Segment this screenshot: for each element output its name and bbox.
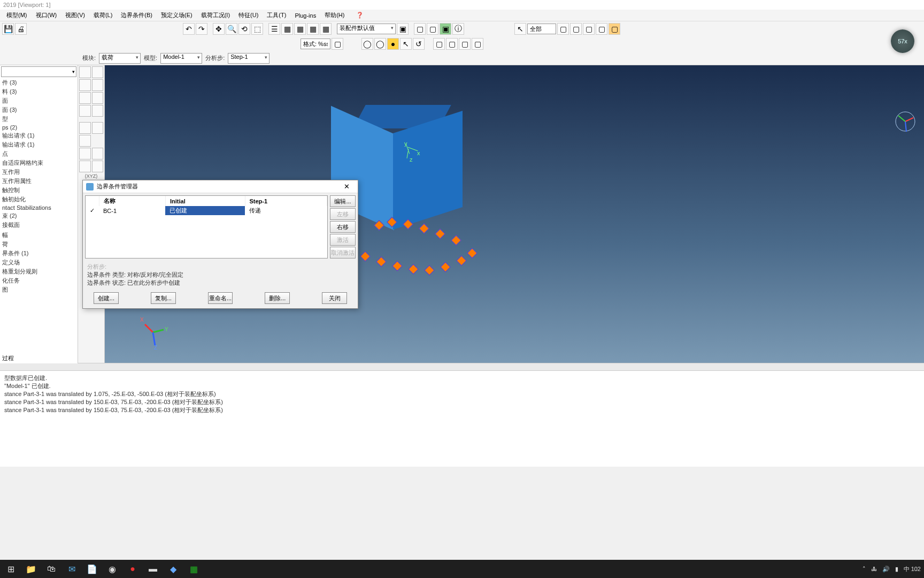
close-button[interactable]: 关闭 [322, 292, 347, 304]
tree-item[interactable]: 接截面 [0, 220, 78, 230]
f2-icon[interactable]: ▢ [570, 23, 582, 35]
menu-bc[interactable]: 边界条件(B) [117, 10, 157, 20]
tree-item[interactable]: 点 [0, 149, 78, 158]
store-icon[interactable]: 🛍 [44, 561, 59, 576]
tree-item[interactable]: 件 (3) [0, 78, 78, 87]
tree-item[interactable]: 面 [0, 96, 78, 105]
terminal-icon[interactable]: ▬ [145, 561, 160, 576]
tree-item[interactable]: 互作用 [0, 168, 78, 177]
tool-amp-icon[interactable] [79, 122, 91, 134]
print-icon[interactable]: 🖨 [15, 23, 27, 35]
cube-icon[interactable]: ▣ [397, 23, 409, 35]
t1-icon[interactable]: ▢ [433, 38, 445, 50]
tool-x5-icon[interactable] [92, 161, 104, 172]
format-input[interactable] [301, 39, 330, 49]
f3-icon[interactable]: ▢ [583, 23, 595, 35]
tree-item[interactable]: ps (2) [0, 124, 78, 131]
activate-button[interactable]: 激活 [330, 234, 356, 246]
table-row[interactable]: ✓ BC-1 已创建 传递 [86, 206, 327, 215]
tray-vol-icon[interactable]: 🔊 [882, 566, 890, 573]
left-button[interactable]: 左移 [330, 208, 356, 220]
menu-feature[interactable]: 特征(U) [234, 10, 263, 20]
tool-x2-icon[interactable] [79, 148, 91, 159]
tree-item[interactable]: 束 (2) [0, 211, 78, 220]
tool-field-icon[interactable] [79, 92, 91, 104]
tree-item[interactable]: 图 [0, 285, 78, 294]
tree-item[interactable]: ntact Stabilizations [0, 204, 78, 211]
tool-bc-icon[interactable] [79, 79, 91, 91]
circ3-icon[interactable]: ● [387, 38, 399, 50]
tool-x4-icon[interactable] [79, 161, 91, 172]
step-combo[interactable]: Step-1 [228, 53, 270, 64]
grid2-icon[interactable]: ▦ [294, 23, 306, 35]
taskview-icon[interactable]: ⊞ [3, 561, 18, 576]
rotate-icon[interactable]: ⟲ [238, 23, 250, 35]
tree-model-combo[interactable]: ▾ [1, 66, 76, 77]
tool-load-icon[interactable] [79, 66, 91, 78]
context-help-icon[interactable]: ❓ [352, 11, 368, 20]
tool-load-mgr-icon[interactable] [92, 66, 104, 78]
circ2-icon[interactable]: ◯ [374, 38, 386, 50]
tree-item[interactable]: 定义场 [0, 258, 78, 267]
close-icon[interactable]: ✕ [338, 182, 355, 191]
model-tree[interactable]: ▾ 件 (3)料 (3)面面 (3)型ps (2)输出请求 (1)输出请求 (1… [0, 65, 78, 363]
tool-amp2-icon[interactable] [92, 122, 104, 134]
tree-item[interactable]: 荷 [0, 240, 78, 249]
abaqus-icon[interactable]: ◆ [166, 561, 181, 576]
tree-item[interactable]: 化任务 [0, 276, 78, 285]
tree-item[interactable]: 互作用属性 [0, 177, 78, 186]
message-console[interactable]: 型数据库已创建. "Model-1" 已创建. stance Part-3-1 … [0, 370, 924, 467]
menu-plugins[interactable]: Plug-ins [290, 11, 320, 20]
fit-icon[interactable]: ⬚ [251, 23, 263, 35]
box-icon[interactable]: ▢ [332, 38, 343, 50]
tree-item[interactable]: 型 [0, 115, 78, 124]
circ1-icon[interactable]: ◯ [361, 38, 373, 50]
pointer-icon[interactable]: ↖ [514, 23, 526, 35]
filter-input[interactable] [527, 24, 556, 34]
model-combo[interactable]: Model-1 [160, 53, 202, 64]
info-icon[interactable]: ⓘ [452, 23, 464, 35]
deactivate-button[interactable]: 取消激活 [330, 247, 356, 258]
tree-item[interactable]: 输出请求 (1) [0, 131, 78, 140]
tray-ime[interactable]: 中 102 [904, 565, 921, 573]
menu-load[interactable]: 载荷(L) [89, 10, 117, 20]
menu-tools[interactable]: 工具(T) [263, 10, 290, 20]
assembly-combo[interactable]: 装配件默认值 [337, 24, 396, 34]
tree-item[interactable]: 面 (3) [0, 105, 78, 115]
tray-net-icon[interactable]: 🖧 [871, 566, 877, 572]
f1-icon[interactable]: ▢ [557, 23, 569, 35]
zoom-icon[interactable]: 🔍 [226, 23, 237, 35]
dialog-titlebar[interactable]: 边界条件管理器 ✕ [83, 180, 358, 193]
arrow-icon[interactable]: ↖ [400, 38, 412, 50]
tray-batt-icon[interactable]: ▮ [895, 566, 898, 573]
tool-x1-icon[interactable] [79, 135, 91, 147]
notes-icon[interactable]: 📄 [84, 561, 99, 576]
tool-field-mgr-icon[interactable] [92, 92, 104, 104]
t2-icon[interactable]: ▢ [446, 38, 458, 50]
tree-item[interactable]: 幅 [0, 231, 78, 240]
tray-up-icon[interactable]: ˄ [863, 566, 866, 573]
t3-icon[interactable]: ▢ [459, 38, 471, 50]
bc-table[interactable]: 名称 Initial Step-1 ✓ BC-1 已创建 传递 [85, 195, 328, 258]
tree-item[interactable]: 料 (3) [0, 87, 78, 96]
wire-icon[interactable]: ▢ [414, 23, 426, 35]
list-icon[interactable]: ☰ [268, 23, 280, 35]
redo-icon[interactable]: ↷ [196, 23, 207, 35]
module-combo[interactable]: 载荷 [99, 53, 141, 64]
grid4-icon[interactable]: ▦ [320, 23, 332, 35]
undo-icon[interactable]: ↶ [183, 23, 195, 35]
delete-button[interactable]: 删除... [265, 292, 290, 304]
edit-button[interactable]: 编辑... [330, 195, 356, 207]
t4-icon[interactable]: ▢ [472, 38, 483, 50]
f5-icon[interactable]: ▢ [609, 23, 620, 35]
tool-bc-mgr-icon[interactable] [92, 79, 104, 91]
menu-predefined[interactable]: 预定义场(E) [157, 10, 197, 20]
tree-item[interactable]: 自适应网格约束 [0, 158, 78, 168]
right-button[interactable]: 右移 [330, 221, 356, 233]
copy-button[interactable]: 复制... [151, 292, 176, 304]
obs-icon[interactable]: ◉ [105, 561, 120, 576]
rec-icon[interactable]: ● [125, 561, 140, 576]
f4-icon[interactable]: ▢ [596, 23, 607, 35]
grid3-icon[interactable]: ▦ [307, 23, 319, 35]
shade-icon[interactable]: ▣ [440, 23, 451, 35]
